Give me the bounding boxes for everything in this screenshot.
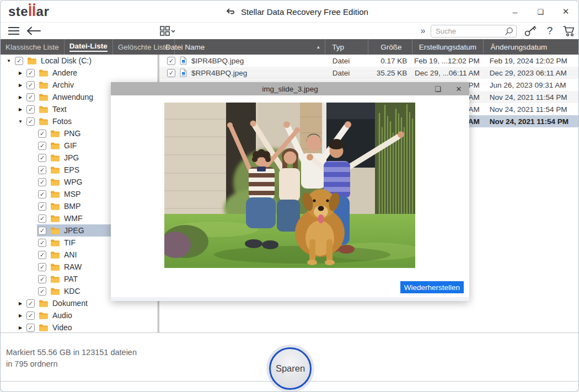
checkbox[interactable]: ✓ — [38, 263, 46, 271]
maximize-button[interactable]: ❏ — [528, 1, 553, 23]
tree-collapse-icon[interactable]: ▶ — [15, 71, 25, 76]
folder-icon — [50, 190, 60, 198]
tree-item-label: WMF — [64, 214, 82, 223]
tree-collapse-icon[interactable]: ▶ — [15, 301, 25, 306]
tree-item-content: ✓Text — [25, 103, 70, 115]
cell-changed: Jun 26, 2023 09:31 AM — [484, 79, 578, 91]
app-window: stellar Stellar Data Recovery Free Editi… — [0, 0, 579, 392]
search-icon — [504, 26, 514, 36]
toolbar-overflow-icon[interactable]: » — [417, 24, 428, 37]
view-mode-grid-icon[interactable] — [159, 24, 176, 37]
dialog-title-bar[interactable]: img_slide_3.jpeg ❏ ✕ — [111, 82, 469, 95]
close-button[interactable]: ✕ — [553, 1, 578, 23]
column-header-label: Typ — [332, 43, 344, 51]
tree-item-label: Fotos — [52, 117, 72, 126]
checkbox[interactable]: ✓ — [38, 178, 46, 186]
checkbox[interactable]: ✓ — [38, 239, 46, 247]
folder-icon — [50, 142, 60, 149]
dialog-bottom-strip — [111, 297, 469, 301]
status-line-2: in 795 ordnern — [6, 358, 137, 370]
checkbox[interactable]: ✓ — [38, 166, 46, 174]
tree-expand-icon[interactable]: ▼ — [4, 58, 14, 63]
checkbox[interactable]: ✓ — [26, 312, 35, 320]
tree-item-andere[interactable]: ▶✓Andere — [1, 67, 157, 79]
list-header-bar: Klassische ListeDatei-ListeGelöschte Lis… — [1, 39, 578, 55]
column-header-label: Erstellungsdatum — [419, 43, 476, 51]
search-input[interactable] — [436, 27, 504, 35]
checkbox[interactable]: ✓ — [38, 154, 46, 162]
tab-klassische-liste[interactable]: Klassische Liste — [1, 39, 65, 55]
checkbox[interactable]: ✓ — [15, 57, 23, 65]
column-header-label: Änderungsdatum — [490, 43, 547, 51]
tree-collapse-icon[interactable]: ▶ — [15, 95, 25, 100]
checkbox[interactable]: ✓ — [26, 324, 35, 332]
search-box[interactable] — [431, 25, 517, 37]
tree-collapse-icon[interactable]: ▶ — [15, 313, 25, 318]
cell-created: Feb 19, ...12:02 PM — [412, 55, 484, 67]
tree-item-label: RAW — [64, 262, 82, 271]
checkbox[interactable]: ✓ — [38, 275, 46, 283]
tree-item-content: ✓KDC — [37, 285, 84, 297]
column-header-created[interactable]: Erstellungsdatum — [412, 39, 484, 55]
tree-item-video[interactable]: ▶✓Video — [1, 321, 157, 332]
checkbox[interactable]: ✓ — [38, 251, 46, 259]
column-header-name[interactable]: Datei Name▲ — [159, 39, 325, 55]
checkbox[interactable]: ✓ — [38, 142, 46, 150]
checkbox[interactable]: ✓ — [26, 69, 35, 77]
checkbox[interactable]: ✓ — [38, 287, 46, 296]
restore-button[interactable]: Wiederherstellen — [400, 281, 464, 293]
tree-item-audio[interactable]: ▶✓Audio — [1, 309, 157, 321]
checkbox[interactable]: ✓ — [38, 190, 46, 198]
checkbox[interactable]: ✓ — [167, 69, 175, 77]
cell-name: ✓$IPR4BPQ.jpeg — [159, 55, 326, 67]
table-header: Datei Name▲TypGrößeErstellungsdatumÄnder… — [159, 39, 578, 55]
column-header-size[interactable]: Größe — [368, 39, 412, 55]
dialog-maximize-button[interactable]: ❏ — [427, 82, 448, 95]
table-row[interactable]: ✓$IPR4BPQ.jpegDatei0.17 KBFeb 19, ...12:… — [159, 55, 578, 67]
checkbox[interactable]: ✓ — [38, 130, 46, 138]
back-arrow-icon[interactable] — [26, 24, 41, 37]
tree-item-label: Archiv — [52, 80, 74, 89]
tree-item-content: ✓WPG — [37, 176, 85, 188]
checkbox[interactable]: ✓ — [38, 214, 46, 223]
tree-collapse-icon[interactable]: ▶ — [15, 107, 25, 112]
checkbox[interactable]: ✓ — [26, 117, 35, 126]
folder-icon — [39, 299, 49, 307]
checkbox[interactable]: ✓ — [38, 227, 46, 235]
tree-item-content: ✓MSP — [37, 188, 84, 200]
status-text: Markiert 55.56 GB in 123151 dateien in 7… — [6, 347, 137, 370]
tree-collapse-icon[interactable]: ▶ — [15, 325, 25, 330]
tree-item-content: ✓Local Disk (C:) — [14, 55, 95, 67]
cell-type: Datei — [326, 67, 369, 79]
tree-collapse-icon[interactable]: ▶ — [15, 83, 25, 88]
cart-icon[interactable] — [561, 24, 577, 37]
column-header-changed[interactable]: Änderungsdatum — [484, 39, 578, 55]
dialog-close-button[interactable]: ✕ — [448, 82, 469, 95]
tab-datei-liste[interactable]: Datei-Liste — [65, 39, 113, 55]
minimize-button[interactable]: – — [502, 1, 528, 23]
menu-hamburger-icon[interactable] — [7, 24, 20, 37]
checkbox[interactable]: ✓ — [167, 57, 175, 65]
checkbox[interactable]: ✓ — [38, 202, 46, 211]
save-button[interactable]: Sparen — [269, 347, 312, 390]
tree-item-content: ✓TIF — [37, 237, 79, 249]
help-icon[interactable]: ? — [544, 24, 556, 37]
tree-item-label: PNG — [64, 129, 81, 138]
tree-item-content: ✓Andere — [25, 67, 81, 79]
checkbox[interactable]: ✓ — [26, 299, 35, 308]
folder-icon — [50, 178, 60, 186]
tree-item-label: TIF — [64, 238, 76, 247]
tree-expand-icon[interactable]: ▼ — [15, 119, 25, 124]
preview-dialog: img_slide_3.jpeg ❏ ✕ — [111, 82, 469, 301]
column-header-type[interactable]: Typ — [325, 39, 368, 55]
table-row[interactable]: ✓$RPR4BPQ.jpegDatei35.25 KBDec 29, ...06… — [159, 67, 578, 79]
file-name: $IPR4BPQ.jpeg — [191, 57, 244, 65]
folder-icon — [50, 214, 60, 222]
checkbox[interactable]: ✓ — [26, 105, 35, 114]
tree-item-local-disk-c-[interactable]: ▼✓Local Disk (C:) — [1, 55, 157, 67]
checkbox[interactable]: ✓ — [26, 93, 35, 101]
checkbox[interactable]: ✓ — [26, 81, 35, 89]
folder-icon — [50, 263, 60, 271]
activation-key-icon[interactable] — [523, 24, 538, 37]
window-title-text: Stellar Data Recovery Free Edition — [241, 7, 368, 17]
